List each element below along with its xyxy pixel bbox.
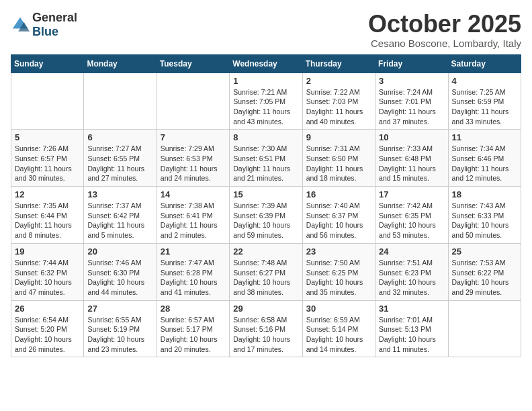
weekday-header: Thursday bbox=[302, 54, 375, 73]
calendar-cell bbox=[448, 300, 521, 357]
day-number: 10 bbox=[379, 132, 444, 142]
calendar-cell bbox=[11, 73, 84, 130]
calendar-week-row: 1Sunrise: 7:21 AM Sunset: 7:05 PM Daylig… bbox=[11, 73, 521, 130]
logo-text: General Blue bbox=[32, 11, 77, 39]
day-info: Sunrise: 7:50 AM Sunset: 6:25 PM Dayligh… bbox=[306, 258, 371, 298]
calendar-cell: 11Sunrise: 7:34 AM Sunset: 6:46 PM Dayli… bbox=[448, 130, 521, 187]
month-title: October 2025 bbox=[368, 11, 521, 38]
day-info: Sunrise: 6:54 AM Sunset: 5:20 PM Dayligh… bbox=[15, 315, 80, 355]
day-number: 1 bbox=[233, 76, 298, 86]
calendar-cell: 2Sunrise: 7:22 AM Sunset: 7:03 PM Daylig… bbox=[302, 73, 375, 130]
day-number: 30 bbox=[306, 304, 371, 314]
day-info: Sunrise: 7:29 AM Sunset: 6:53 PM Dayligh… bbox=[161, 144, 226, 183]
day-info: Sunrise: 7:39 AM Sunset: 6:39 PM Dayligh… bbox=[233, 201, 298, 240]
calendar-cell: 8Sunrise: 7:30 AM Sunset: 6:51 PM Daylig… bbox=[230, 130, 302, 187]
day-number: 2 bbox=[306, 76, 371, 86]
day-number: 3 bbox=[379, 76, 444, 86]
day-number: 27 bbox=[87, 304, 152, 314]
day-info: Sunrise: 7:01 AM Sunset: 5:13 PM Dayligh… bbox=[379, 315, 444, 355]
calendar-cell: 5Sunrise: 7:26 AM Sunset: 6:57 PM Daylig… bbox=[11, 130, 84, 187]
day-number: 14 bbox=[161, 189, 226, 199]
page-header: General Blue October 2025 Cesano Boscone… bbox=[11, 11, 521, 49]
calendar-cell: 4Sunrise: 7:25 AM Sunset: 6:59 PM Daylig… bbox=[448, 73, 521, 130]
calendar-cell: 30Sunrise: 6:59 AM Sunset: 5:14 PM Dayli… bbox=[302, 300, 375, 357]
weekday-header: Wednesday bbox=[230, 54, 302, 73]
calendar-week-row: 5Sunrise: 7:26 AM Sunset: 6:57 PM Daylig… bbox=[11, 130, 521, 187]
logo: General Blue bbox=[11, 11, 77, 39]
calendar-cell: 31Sunrise: 7:01 AM Sunset: 5:13 PM Dayli… bbox=[375, 300, 448, 357]
calendar-cell bbox=[84, 73, 157, 130]
day-info: Sunrise: 7:22 AM Sunset: 7:03 PM Dayligh… bbox=[306, 87, 371, 127]
day-number: 7 bbox=[161, 132, 226, 142]
day-info: Sunrise: 6:58 AM Sunset: 5:16 PM Dayligh… bbox=[233, 315, 298, 355]
day-info: Sunrise: 7:33 AM Sunset: 6:48 PM Dayligh… bbox=[379, 144, 444, 183]
day-info: Sunrise: 7:44 AM Sunset: 6:32 PM Dayligh… bbox=[15, 258, 80, 298]
calendar-cell: 20Sunrise: 7:46 AM Sunset: 6:30 PM Dayli… bbox=[84, 243, 157, 300]
day-number: 28 bbox=[161, 304, 226, 314]
day-number: 23 bbox=[306, 246, 371, 257]
day-info: Sunrise: 7:37 AM Sunset: 6:42 PM Dayligh… bbox=[87, 201, 152, 240]
calendar-cell: 6Sunrise: 7:27 AM Sunset: 6:55 PM Daylig… bbox=[84, 130, 157, 187]
calendar-cell: 24Sunrise: 7:51 AM Sunset: 6:23 PM Dayli… bbox=[375, 243, 448, 300]
day-number: 5 bbox=[15, 132, 80, 142]
day-info: Sunrise: 7:25 AM Sunset: 6:59 PM Dayligh… bbox=[452, 87, 517, 127]
calendar-cell: 25Sunrise: 7:53 AM Sunset: 6:22 PM Dayli… bbox=[448, 243, 521, 300]
day-info: Sunrise: 7:21 AM Sunset: 7:05 PM Dayligh… bbox=[233, 87, 298, 127]
weekday-header: Tuesday bbox=[157, 54, 229, 73]
day-info: Sunrise: 7:53 AM Sunset: 6:22 PM Dayligh… bbox=[452, 258, 517, 298]
calendar-cell: 22Sunrise: 7:48 AM Sunset: 6:27 PM Dayli… bbox=[230, 243, 302, 300]
day-number: 12 bbox=[15, 189, 80, 199]
day-number: 24 bbox=[379, 246, 444, 257]
day-number: 11 bbox=[452, 132, 517, 142]
calendar-cell: 18Sunrise: 7:43 AM Sunset: 6:33 PM Dayli… bbox=[448, 187, 521, 244]
weekday-header: Monday bbox=[84, 54, 157, 73]
calendar-cell: 7Sunrise: 7:29 AM Sunset: 6:53 PM Daylig… bbox=[157, 130, 229, 187]
day-number: 29 bbox=[233, 304, 298, 314]
calendar-week-row: 12Sunrise: 7:35 AM Sunset: 6:44 PM Dayli… bbox=[11, 187, 521, 244]
weekday-header: Saturday bbox=[448, 54, 521, 73]
calendar-cell: 21Sunrise: 7:47 AM Sunset: 6:28 PM Dayli… bbox=[157, 243, 229, 300]
day-info: Sunrise: 7:51 AM Sunset: 6:23 PM Dayligh… bbox=[379, 258, 444, 298]
day-info: Sunrise: 7:27 AM Sunset: 6:55 PM Dayligh… bbox=[87, 144, 152, 183]
calendar-cell: 12Sunrise: 7:35 AM Sunset: 6:44 PM Dayli… bbox=[11, 187, 84, 244]
calendar-cell: 17Sunrise: 7:42 AM Sunset: 6:35 PM Dayli… bbox=[375, 187, 448, 244]
day-number: 6 bbox=[87, 132, 152, 142]
calendar-cell: 14Sunrise: 7:38 AM Sunset: 6:41 PM Dayli… bbox=[157, 187, 229, 244]
calendar-cell: 29Sunrise: 6:58 AM Sunset: 5:16 PM Dayli… bbox=[230, 300, 302, 357]
day-info: Sunrise: 7:31 AM Sunset: 6:50 PM Dayligh… bbox=[306, 144, 371, 183]
calendar-cell: 9Sunrise: 7:31 AM Sunset: 6:50 PM Daylig… bbox=[302, 130, 375, 187]
day-number: 13 bbox=[87, 189, 152, 199]
day-number: 31 bbox=[379, 304, 444, 314]
day-number: 21 bbox=[161, 246, 226, 257]
calendar-cell: 16Sunrise: 7:40 AM Sunset: 6:37 PM Dayli… bbox=[302, 187, 375, 244]
calendar-cell: 28Sunrise: 6:57 AM Sunset: 5:17 PM Dayli… bbox=[157, 300, 229, 357]
day-info: Sunrise: 7:34 AM Sunset: 6:46 PM Dayligh… bbox=[452, 144, 517, 183]
calendar-week-row: 19Sunrise: 7:44 AM Sunset: 6:32 PM Dayli… bbox=[11, 243, 521, 300]
day-number: 9 bbox=[306, 132, 371, 142]
day-number: 17 bbox=[379, 189, 444, 199]
calendar-cell: 10Sunrise: 7:33 AM Sunset: 6:48 PM Dayli… bbox=[375, 130, 448, 187]
day-info: Sunrise: 7:26 AM Sunset: 6:57 PM Dayligh… bbox=[15, 144, 80, 183]
day-info: Sunrise: 7:43 AM Sunset: 6:33 PM Dayligh… bbox=[452, 201, 517, 240]
day-info: Sunrise: 7:46 AM Sunset: 6:30 PM Dayligh… bbox=[87, 258, 152, 298]
day-number: 15 bbox=[233, 189, 298, 199]
day-info: Sunrise: 6:59 AM Sunset: 5:14 PM Dayligh… bbox=[306, 315, 371, 355]
day-number: 22 bbox=[233, 246, 298, 257]
weekday-header: Sunday bbox=[11, 54, 84, 73]
calendar-cell: 19Sunrise: 7:44 AM Sunset: 6:32 PM Dayli… bbox=[11, 243, 84, 300]
logo-icon bbox=[11, 15, 30, 34]
calendar-cell: 1Sunrise: 7:21 AM Sunset: 7:05 PM Daylig… bbox=[230, 73, 302, 130]
calendar-cell: 13Sunrise: 7:37 AM Sunset: 6:42 PM Dayli… bbox=[84, 187, 157, 244]
day-info: Sunrise: 7:47 AM Sunset: 6:28 PM Dayligh… bbox=[161, 258, 226, 298]
weekday-header-row: SundayMondayTuesdayWednesdayThursdayFrid… bbox=[11, 54, 521, 73]
day-number: 8 bbox=[233, 132, 298, 142]
calendar-cell: 27Sunrise: 6:55 AM Sunset: 5:19 PM Dayli… bbox=[84, 300, 157, 357]
day-info: Sunrise: 7:30 AM Sunset: 6:51 PM Dayligh… bbox=[233, 144, 298, 183]
calendar-cell: 23Sunrise: 7:50 AM Sunset: 6:25 PM Dayli… bbox=[302, 243, 375, 300]
day-number: 4 bbox=[452, 76, 517, 86]
day-info: Sunrise: 6:57 AM Sunset: 5:17 PM Dayligh… bbox=[161, 315, 226, 355]
day-info: Sunrise: 7:40 AM Sunset: 6:37 PM Dayligh… bbox=[306, 201, 371, 240]
day-number: 26 bbox=[15, 304, 80, 314]
day-number: 19 bbox=[15, 246, 80, 257]
calendar-table: SundayMondayTuesdayWednesdayThursdayFrid… bbox=[11, 54, 521, 358]
